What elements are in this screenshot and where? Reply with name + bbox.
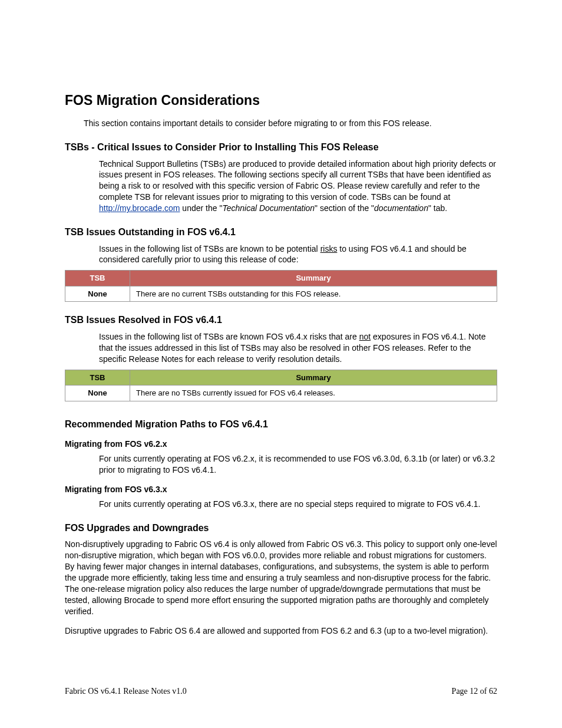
paths-p2: For units currently operating at FOS v6.… [99, 499, 497, 510]
table-row: None There are no current TSBs outstandi… [65, 286, 497, 302]
paths-p1: For units currently operating at FOS v6.… [99, 453, 497, 476]
footer-right: Page 12 of 62 [452, 686, 497, 697]
table-row: None There are no TSBs currently issued … [65, 386, 497, 401]
brocade-link[interactable]: http://my.brocade.com [99, 203, 180, 213]
col-header-tsb: TSB [65, 370, 130, 386]
outstanding-pre: Issues in the following list of TSBs are… [99, 244, 320, 253]
tsbs-text-mid: under the " [180, 203, 222, 213]
table-header-row: TSB Summary [65, 370, 497, 386]
tsbs-paragraph: Technical Support Bulletins (TSBs) are p… [99, 159, 497, 214]
tsbs-text-post: " tab. [428, 203, 447, 213]
cell-summary: There are no current TSBs outstanding fo… [130, 286, 497, 302]
page-footer: Fabric OS v6.4.1 Release Notes v1.0 Page… [65, 686, 497, 697]
table-header-row: TSB Summary [65, 271, 497, 286]
page-heading: FOS Migration Considerations [65, 91, 497, 110]
resolved-heading: TSB Issues Resolved in FOS v6.4.1 [65, 314, 497, 327]
upgrades-heading: FOS Upgrades and Downgrades [65, 522, 497, 535]
tsbs-text-mid2: " section of the " [315, 203, 374, 213]
outstanding-risks: risks [320, 244, 338, 253]
tsbs-text-pre: Technical Support Bulletins (TSBs) are p… [99, 159, 496, 202]
intro-text: This section contains important details … [65, 118, 497, 129]
paths-sub2: Migrating from FOS v6.3.x [65, 484, 497, 495]
paths-sub1: Migrating from FOS v6.2.x [65, 439, 497, 450]
resolved-table: TSB Summary None There are no TSBs curre… [65, 370, 497, 401]
upgrades-p2: Disruptive upgrades to Fabric OS 6.4 are… [65, 625, 497, 637]
resolved-not: not [359, 332, 371, 341]
outstanding-table: TSB Summary None There are no current TS… [65, 270, 497, 302]
tsbs-italic1: Technical Documentation [222, 203, 315, 213]
upgrades-p1: Non-disruptively upgrading to Fabric OS … [65, 539, 497, 617]
col-header-tsb: TSB [65, 271, 130, 286]
footer-left: Fabric OS v6.4.1 Release Notes v1.0 [65, 686, 187, 697]
outstanding-paragraph: Issues in the following list of TSBs are… [99, 243, 497, 266]
col-header-summary: Summary [130, 370, 497, 386]
resolved-pre: Issues in the following list of TSBs are… [99, 332, 359, 341]
col-header-summary: Summary [130, 271, 497, 286]
paths-heading: Recommended Migration Paths to FOS v6.4.… [65, 418, 497, 431]
resolved-paragraph: Issues in the following list of TSBs are… [99, 331, 497, 365]
tsbs-italic2: documentation [374, 203, 428, 213]
cell-tsb: None [65, 286, 130, 302]
cell-tsb: None [65, 386, 130, 401]
tsbs-heading: TSBs - Critical Issues to Consider Prior… [65, 141, 497, 154]
outstanding-heading: TSB Issues Outstanding in FOS v6.4.1 [65, 226, 497, 239]
cell-summary: There are no TSBs currently issued for F… [130, 386, 497, 401]
